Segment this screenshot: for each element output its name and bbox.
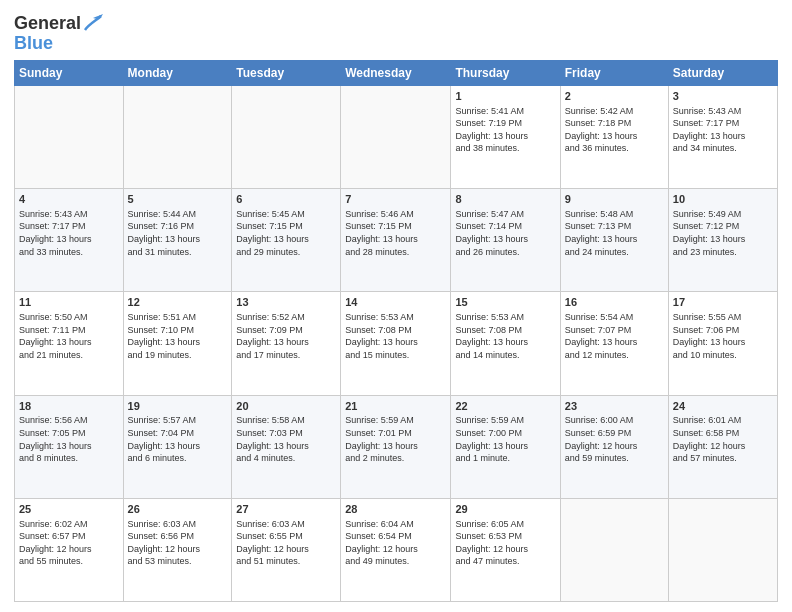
day-number: 24 xyxy=(673,399,773,414)
day-number: 20 xyxy=(236,399,336,414)
calendar-cell: 18Sunrise: 5:56 AM Sunset: 7:05 PM Dayli… xyxy=(15,395,124,498)
calendar-cell xyxy=(123,85,232,188)
logo: General Blue xyxy=(14,14,103,54)
day-number: 3 xyxy=(673,89,773,104)
day-number: 14 xyxy=(345,295,446,310)
calendar-cell xyxy=(560,498,668,601)
calendar-cell: 13Sunrise: 5:52 AM Sunset: 7:09 PM Dayli… xyxy=(232,292,341,395)
calendar-cell: 19Sunrise: 5:57 AM Sunset: 7:04 PM Dayli… xyxy=(123,395,232,498)
day-number: 5 xyxy=(128,192,228,207)
day-number: 22 xyxy=(455,399,555,414)
day-info: Sunrise: 6:00 AM Sunset: 6:59 PM Dayligh… xyxy=(565,414,664,464)
day-info: Sunrise: 5:55 AM Sunset: 7:06 PM Dayligh… xyxy=(673,311,773,361)
calendar-cell: 21Sunrise: 5:59 AM Sunset: 7:01 PM Dayli… xyxy=(341,395,451,498)
day-info: Sunrise: 5:48 AM Sunset: 7:13 PM Dayligh… xyxy=(565,208,664,258)
calendar-body: 1Sunrise: 5:41 AM Sunset: 7:19 PM Daylig… xyxy=(15,85,778,601)
day-number: 9 xyxy=(565,192,664,207)
calendar-cell: 24Sunrise: 6:01 AM Sunset: 6:58 PM Dayli… xyxy=(668,395,777,498)
day-number: 2 xyxy=(565,89,664,104)
calendar-cell: 20Sunrise: 5:58 AM Sunset: 7:03 PM Dayli… xyxy=(232,395,341,498)
day-info: Sunrise: 5:47 AM Sunset: 7:14 PM Dayligh… xyxy=(455,208,555,258)
day-number: 10 xyxy=(673,192,773,207)
page: General Blue SundayMondayTuesdayWednesda… xyxy=(0,0,792,612)
calendar-cell xyxy=(668,498,777,601)
day-number: 1 xyxy=(455,89,555,104)
day-number: 18 xyxy=(19,399,119,414)
day-info: Sunrise: 5:54 AM Sunset: 7:07 PM Dayligh… xyxy=(565,311,664,361)
day-info: Sunrise: 6:03 AM Sunset: 6:56 PM Dayligh… xyxy=(128,518,228,568)
day-number: 7 xyxy=(345,192,446,207)
day-number: 4 xyxy=(19,192,119,207)
day-info: Sunrise: 5:43 AM Sunset: 7:17 PM Dayligh… xyxy=(19,208,119,258)
calendar-cell xyxy=(15,85,124,188)
day-number: 29 xyxy=(455,502,555,517)
col-header-saturday: Saturday xyxy=(668,60,777,85)
calendar-cell: 17Sunrise: 5:55 AM Sunset: 7:06 PM Dayli… xyxy=(668,292,777,395)
day-info: Sunrise: 5:59 AM Sunset: 7:01 PM Dayligh… xyxy=(345,414,446,464)
calendar-cell: 27Sunrise: 6:03 AM Sunset: 6:55 PM Dayli… xyxy=(232,498,341,601)
calendar-cell: 14Sunrise: 5:53 AM Sunset: 7:08 PM Dayli… xyxy=(341,292,451,395)
day-info: Sunrise: 5:46 AM Sunset: 7:15 PM Dayligh… xyxy=(345,208,446,258)
logo-text-general: General xyxy=(14,14,81,34)
calendar-cell: 22Sunrise: 5:59 AM Sunset: 7:00 PM Dayli… xyxy=(451,395,560,498)
header-row: SundayMondayTuesdayWednesdayThursdayFrid… xyxy=(15,60,778,85)
calendar-cell: 3Sunrise: 5:43 AM Sunset: 7:17 PM Daylig… xyxy=(668,85,777,188)
calendar-header: SundayMondayTuesdayWednesdayThursdayFrid… xyxy=(15,60,778,85)
calendar-cell: 11Sunrise: 5:50 AM Sunset: 7:11 PM Dayli… xyxy=(15,292,124,395)
day-info: Sunrise: 5:56 AM Sunset: 7:05 PM Dayligh… xyxy=(19,414,119,464)
day-info: Sunrise: 5:53 AM Sunset: 7:08 PM Dayligh… xyxy=(345,311,446,361)
day-info: Sunrise: 5:59 AM Sunset: 7:00 PM Dayligh… xyxy=(455,414,555,464)
col-header-wednesday: Wednesday xyxy=(341,60,451,85)
week-row: 18Sunrise: 5:56 AM Sunset: 7:05 PM Dayli… xyxy=(15,395,778,498)
logo-text-blue: Blue xyxy=(14,33,53,53)
day-info: Sunrise: 5:52 AM Sunset: 7:09 PM Dayligh… xyxy=(236,311,336,361)
day-number: 28 xyxy=(345,502,446,517)
col-header-monday: Monday xyxy=(123,60,232,85)
day-number: 26 xyxy=(128,502,228,517)
day-number: 12 xyxy=(128,295,228,310)
calendar-cell xyxy=(341,85,451,188)
day-info: Sunrise: 5:58 AM Sunset: 7:03 PM Dayligh… xyxy=(236,414,336,464)
calendar-table: SundayMondayTuesdayWednesdayThursdayFrid… xyxy=(14,60,778,602)
calendar-cell: 12Sunrise: 5:51 AM Sunset: 7:10 PM Dayli… xyxy=(123,292,232,395)
day-number: 11 xyxy=(19,295,119,310)
calendar-cell: 6Sunrise: 5:45 AM Sunset: 7:15 PM Daylig… xyxy=(232,189,341,292)
week-row: 11Sunrise: 5:50 AM Sunset: 7:11 PM Dayli… xyxy=(15,292,778,395)
day-info: Sunrise: 6:01 AM Sunset: 6:58 PM Dayligh… xyxy=(673,414,773,464)
calendar-cell: 25Sunrise: 6:02 AM Sunset: 6:57 PM Dayli… xyxy=(15,498,124,601)
day-info: Sunrise: 5:51 AM Sunset: 7:10 PM Dayligh… xyxy=(128,311,228,361)
day-number: 25 xyxy=(19,502,119,517)
day-number: 13 xyxy=(236,295,336,310)
day-number: 15 xyxy=(455,295,555,310)
day-number: 8 xyxy=(455,192,555,207)
day-info: Sunrise: 5:53 AM Sunset: 7:08 PM Dayligh… xyxy=(455,311,555,361)
day-info: Sunrise: 6:04 AM Sunset: 6:54 PM Dayligh… xyxy=(345,518,446,568)
day-number: 23 xyxy=(565,399,664,414)
calendar-cell: 10Sunrise: 5:49 AM Sunset: 7:12 PM Dayli… xyxy=(668,189,777,292)
day-info: Sunrise: 5:41 AM Sunset: 7:19 PM Dayligh… xyxy=(455,105,555,155)
day-info: Sunrise: 6:02 AM Sunset: 6:57 PM Dayligh… xyxy=(19,518,119,568)
calendar-cell: 4Sunrise: 5:43 AM Sunset: 7:17 PM Daylig… xyxy=(15,189,124,292)
day-info: Sunrise: 6:05 AM Sunset: 6:53 PM Dayligh… xyxy=(455,518,555,568)
week-row: 4Sunrise: 5:43 AM Sunset: 7:17 PM Daylig… xyxy=(15,189,778,292)
day-number: 27 xyxy=(236,502,336,517)
col-header-tuesday: Tuesday xyxy=(232,60,341,85)
calendar-cell: 16Sunrise: 5:54 AM Sunset: 7:07 PM Dayli… xyxy=(560,292,668,395)
calendar-cell: 9Sunrise: 5:48 AM Sunset: 7:13 PM Daylig… xyxy=(560,189,668,292)
calendar-cell: 23Sunrise: 6:00 AM Sunset: 6:59 PM Dayli… xyxy=(560,395,668,498)
calendar-cell: 26Sunrise: 6:03 AM Sunset: 6:56 PM Dayli… xyxy=(123,498,232,601)
logo-bird-icon xyxy=(83,12,103,34)
week-row: 1Sunrise: 5:41 AM Sunset: 7:19 PM Daylig… xyxy=(15,85,778,188)
day-info: Sunrise: 6:03 AM Sunset: 6:55 PM Dayligh… xyxy=(236,518,336,568)
week-row: 25Sunrise: 6:02 AM Sunset: 6:57 PM Dayli… xyxy=(15,498,778,601)
day-number: 16 xyxy=(565,295,664,310)
day-info: Sunrise: 5:43 AM Sunset: 7:17 PM Dayligh… xyxy=(673,105,773,155)
calendar-cell xyxy=(232,85,341,188)
calendar-cell: 15Sunrise: 5:53 AM Sunset: 7:08 PM Dayli… xyxy=(451,292,560,395)
calendar-cell: 29Sunrise: 6:05 AM Sunset: 6:53 PM Dayli… xyxy=(451,498,560,601)
col-header-sunday: Sunday xyxy=(15,60,124,85)
calendar-cell: 28Sunrise: 6:04 AM Sunset: 6:54 PM Dayli… xyxy=(341,498,451,601)
col-header-friday: Friday xyxy=(560,60,668,85)
day-info: Sunrise: 5:57 AM Sunset: 7:04 PM Dayligh… xyxy=(128,414,228,464)
calendar-cell: 8Sunrise: 5:47 AM Sunset: 7:14 PM Daylig… xyxy=(451,189,560,292)
